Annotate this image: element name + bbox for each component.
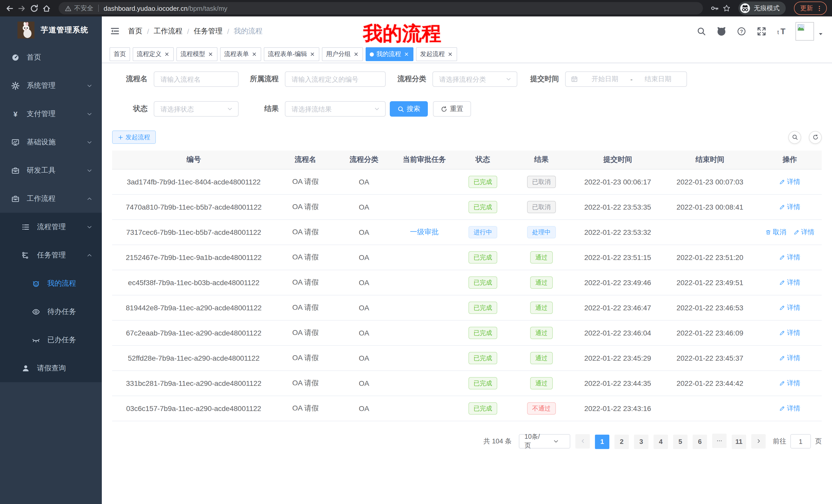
help-icon[interactable]: ? <box>737 26 746 36</box>
sidebar-item-infra[interactable]: 基础设施 <box>0 128 102 156</box>
breadcrumb-item-workflow[interactable]: 工作流程 <box>154 26 183 36</box>
close-icon[interactable] <box>164 51 170 57</box>
browser-back-icon[interactable] <box>5 4 14 12</box>
status-select[interactable] <box>154 101 239 117</box>
close-icon[interactable] <box>447 51 453 57</box>
avatar-caret-icon[interactable] <box>817 31 824 37</box>
cell-current-task <box>392 320 456 345</box>
browser-home-icon[interactable] <box>42 4 51 12</box>
close-icon[interactable] <box>404 51 409 57</box>
avatar[interactable] <box>796 22 814 40</box>
password-key-icon[interactable] <box>711 4 719 12</box>
date-start-placeholder[interactable]: 开始日期 <box>581 75 628 84</box>
sidebar-item-leave-query[interactable]: 请假查询 <box>0 354 102 382</box>
submit-time-range-picker[interactable]: 开始日期 - 结束日期 <box>565 72 687 87</box>
close-icon[interactable] <box>353 51 359 57</box>
category-select[interactable] <box>433 72 517 87</box>
hide-search-button[interactable] <box>788 131 801 144</box>
page-button-2[interactable]: 2 <box>615 435 629 449</box>
address-bar[interactable]: 不安全 dashboard.yudao.iocoder.cn /bpm/task… <box>59 2 703 15</box>
close-icon[interactable] <box>252 51 257 57</box>
page-button-4[interactable]: 4 <box>654 435 668 449</box>
start-process-button[interactable]: 发起流程 <box>112 131 156 144</box>
cancel-link[interactable]: 取消 <box>765 228 786 237</box>
header-search-icon[interactable] <box>697 26 706 36</box>
sidebar-item-workflow[interactable]: 工作流程 <box>0 185 102 213</box>
sidebar-item-process-mgmt[interactable]: 流程管理 <box>0 213 102 241</box>
detail-link[interactable]: 详情 <box>779 303 800 312</box>
page-button-5[interactable]: 5 <box>673 435 687 449</box>
sidebar-item-payment[interactable]: ¥支付管理 <box>0 100 102 128</box>
browser-menu-dots-icon[interactable] <box>816 5 823 11</box>
more-pages-button[interactable] <box>712 433 727 448</box>
tab-process-form-edit[interactable]: 流程表单-编辑 <box>264 47 319 61</box>
sidebar-item-devtools[interactable]: 研发工具 <box>0 156 102 185</box>
fullscreen-icon[interactable] <box>756 26 767 36</box>
prev-page-button[interactable] <box>575 434 590 449</box>
detail-link[interactable]: 详情 <box>779 177 800 187</box>
detail-link[interactable]: 详情 <box>779 328 800 338</box>
page-button-11[interactable]: 11 <box>732 435 746 449</box>
close-icon[interactable] <box>208 51 213 57</box>
update-label: 更新 <box>800 4 813 12</box>
browser-forward-icon[interactable] <box>18 4 26 12</box>
status-select-field[interactable] <box>159 105 227 113</box>
sidebar-item-label: 工作流程 <box>27 194 86 203</box>
close-icon[interactable] <box>310 51 315 57</box>
category-select-field[interactable] <box>438 75 505 83</box>
tab-process-form[interactable]: 流程表单 <box>220 47 261 61</box>
date-end-placeholder[interactable]: 结束日期 <box>634 75 681 84</box>
page-button-3[interactable]: 3 <box>634 435 648 449</box>
update-button[interactable]: 更新 <box>794 2 827 15</box>
page-button-6[interactable]: 6 <box>693 435 707 449</box>
owner-input[interactable] <box>285 72 386 87</box>
current-task-link[interactable]: 一级审批 <box>410 228 439 236</box>
toolbox-icon <box>11 166 20 174</box>
next-page-button[interactable] <box>751 434 766 449</box>
detail-link[interactable]: 详情 <box>794 228 814 237</box>
sidebar-item-done-task[interactable]: 已办任务 <box>0 326 102 354</box>
detail-link[interactable]: 详情 <box>779 354 800 363</box>
sidebar-logo[interactable]: 芋道管理系统 <box>0 17 102 43</box>
detail-link[interactable]: 详情 <box>779 202 800 212</box>
tab-user-group[interactable]: 用户分组 <box>322 47 363 61</box>
main-area: 我的流程 首页/工作流程/任务管理/我的流程 ? tT 首页流程定义流程模型流程… <box>102 17 832 504</box>
cell-current-task <box>392 245 456 270</box>
tab-start-process[interactable]: 发起流程 <box>416 47 457 61</box>
tab-process-definition[interactable]: 流程定义 <box>133 47 174 61</box>
font-size-icon[interactable]: tT <box>777 26 787 36</box>
page-size-select[interactable]: 10条/页 <box>519 434 570 449</box>
search-button[interactable]: 搜索 <box>390 101 428 117</box>
breadcrumb-item-task-mgmt[interactable]: 任务管理 <box>194 26 223 36</box>
sidebar-item-home[interactable]: 首页 <box>0 43 102 72</box>
sidebar-item-task-mgmt[interactable]: 任务管理 <box>0 241 102 269</box>
name-input-field[interactable] <box>159 75 233 83</box>
name-input[interactable] <box>154 72 239 87</box>
cell-result: 已取消 <box>510 169 573 194</box>
goto-page-input[interactable] <box>790 434 811 449</box>
sidebar-item-todo-task[interactable]: 待办任务 <box>0 298 102 326</box>
result-select-field[interactable] <box>290 105 374 113</box>
table-row: 3ad174fb-7b9d-11ec-8404-acde48001122OA 请… <box>112 169 822 194</box>
detail-link[interactable]: 详情 <box>779 404 800 413</box>
detail-link[interactable]: 详情 <box>779 253 800 262</box>
github-icon[interactable] <box>716 26 727 36</box>
owner-input-field[interactable] <box>290 75 380 83</box>
bookmark-star-icon[interactable] <box>723 4 731 12</box>
tab-my-process[interactable]: 我的流程 <box>366 47 413 61</box>
tab-process-model[interactable]: 流程模型 <box>176 47 217 61</box>
refresh-table-button[interactable] <box>809 131 822 144</box>
tab-label: 流程表单 <box>224 50 249 59</box>
tab-home[interactable]: 首页 <box>109 47 130 61</box>
result-select[interactable] <box>285 101 386 117</box>
reset-button[interactable]: 重置 <box>433 101 471 117</box>
cell-actions: 详情 <box>758 245 822 270</box>
sidebar-item-my-process[interactable]: 我的流程 <box>0 269 102 298</box>
detail-link[interactable]: 详情 <box>779 379 800 388</box>
page-button-1[interactable]: 1 <box>595 435 609 449</box>
breadcrumb-item-home[interactable]: 首页 <box>128 26 142 36</box>
sidebar-item-system[interactable]: 系统管理 <box>0 72 102 100</box>
sidebar-collapse-icon[interactable] <box>110 26 120 36</box>
browser-reload-icon[interactable] <box>30 4 38 12</box>
detail-link[interactable]: 详情 <box>779 278 800 287</box>
